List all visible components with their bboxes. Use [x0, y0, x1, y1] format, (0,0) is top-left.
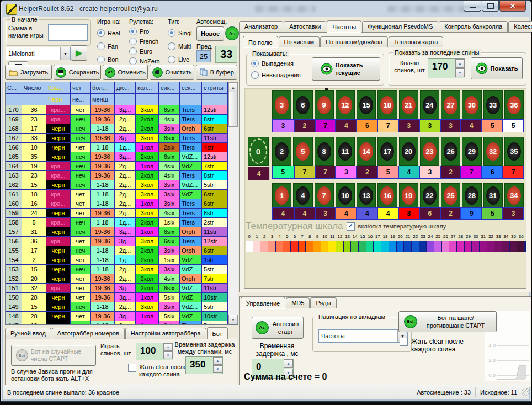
radio-Real[interactable]: Real: [97, 29, 120, 37]
tab-Автограббер номеров[interactable]: Автограббер номеров: [52, 328, 125, 339]
spin-up-icon[interactable]: ▲: [455, 59, 465, 68]
delay-between-spins-stepper[interactable]: 350 ▲▼: [185, 356, 223, 374]
load-button[interactable]: Загрузить: [5, 65, 52, 80]
radio-Bon[interactable]: Bon: [97, 56, 120, 63]
board-number-19[interactable]: 19: [399, 183, 418, 207]
preset-dropdown[interactable]: 1Melonati ▼: [6, 47, 71, 60]
spin-down-icon[interactable]: ▼: [163, 351, 173, 359]
tab-Управление[interactable]: Управление: [241, 297, 285, 309]
new-button[interactable]: Новое: [196, 26, 224, 41]
table-row[interactable]: 16118кра...чет1-182д...3кол3sixVdZ6str: [6, 190, 238, 199]
board-number-30[interactable]: 30: [462, 90, 481, 119]
table-row[interactable]: 15731черннеч19-363д...1кол6sixOrph11str: [6, 227, 238, 237]
board-number-24[interactable]: 24: [420, 90, 439, 119]
autospin-start-button[interactable]: As Автоспин старт: [252, 317, 304, 339]
board-number-10[interactable]: 10: [336, 183, 355, 207]
clear-after-spin-right[interactable]: Жать clear после каждого спина: [400, 338, 476, 353]
tab-Функционал PsevdoMS[interactable]: Функционал PsevdoMS: [362, 21, 438, 32]
temp-scale-checkbox[interactable]: [347, 222, 355, 231]
board-number-12[interactable]: 12: [336, 90, 355, 119]
table-row[interactable]: 15220чернчет19-362д...2кол4sixOrph7str: [6, 274, 238, 284]
board-number-29[interactable]: 29: [462, 137, 481, 166]
board-number-33[interactable]: 33: [483, 90, 503, 119]
board-number-16[interactable]: 16: [377, 183, 397, 207]
clear-button[interactable]: Очистить: [150, 65, 195, 80]
board-number-7[interactable]: 7: [315, 183, 334, 207]
radio-NoZero[interactable]: NoZero: [129, 57, 160, 65]
spin-down-icon[interactable]: ▼: [213, 365, 222, 373]
spin-up-icon[interactable]: ▲: [213, 357, 222, 365]
board-number-27[interactable]: 27: [441, 90, 460, 119]
tab-Колесо[interactable]: Колесо: [508, 21, 532, 32]
autoshift-as-icon[interactable]: As: [225, 26, 239, 40]
maximize-button[interactable]: [482, 1, 499, 12]
nav-dropdown[interactable]: Частоты ▼: [318, 329, 408, 343]
board-number-28[interactable]: 28: [462, 183, 481, 207]
tab-Ручной ввод[interactable]: Ручной ввод: [5, 328, 51, 339]
board-number-2[interactable]: 2: [272, 137, 291, 166]
board-number-25[interactable]: 25: [441, 183, 460, 207]
radio-French[interactable]: French: [129, 38, 160, 45]
tab-Настройки автограббера[interactable]: Настройки автограббера: [125, 328, 206, 339]
radio-Euro[interactable]: Euro: [129, 47, 160, 55]
bot-random-button[interactable]: Bot Бот на случайные числа СТАРТ: [11, 345, 96, 366]
board-number-36[interactable]: 36: [504, 90, 524, 119]
board-number-31[interactable]: 31: [483, 183, 503, 207]
table-row[interactable]: 1585кра...неч1-181д...2кол1sixTiers2str: [6, 218, 238, 227]
bot-chance-start-button[interactable]: Bot Бот на шанс/противошанс СТАРТ: [398, 311, 497, 332]
minimize-button[interactable]: [464, 1, 481, 12]
board-number-21[interactable]: 21: [399, 90, 418, 119]
board-number-26[interactable]: 26: [441, 137, 460, 166]
table-row[interactable]: 15132кра...чет19-363д...2кол6sixVdZ...11…: [6, 284, 238, 293]
tab-По полю[interactable]: По полю: [243, 36, 278, 48]
board-number-4[interactable]: 4: [293, 183, 312, 207]
board-number-11[interactable]: 11: [336, 137, 355, 166]
board-number-6[interactable]: 6: [293, 90, 312, 119]
table-row[interactable]: 16923кра...неч19-362д...2кол4sixTiers8st…: [6, 115, 238, 124]
tab-MD5[interactable]: MD5: [286, 297, 310, 308]
undo-button[interactable]: ↶ Отменить: [103, 65, 148, 80]
resize-grip[interactable]: [522, 388, 529, 396]
board-number-32[interactable]: 32: [483, 137, 503, 166]
board-number-17[interactable]: 17: [377, 137, 397, 166]
table-scrollbar[interactable]: ▲ ▼: [228, 82, 238, 324]
board-number-23[interactable]: 23: [420, 137, 439, 166]
table-row[interactable]: 16733черннеч19-363д...3кол6sixTiers11str: [6, 134, 238, 143]
tab-По шансам/дюж/кол[interactable]: По шансам/дюж/кол: [320, 36, 388, 47]
close-button[interactable]: ✕: [499, 1, 526, 12]
board-number-34[interactable]: 34: [504, 183, 524, 207]
table-row[interactable]: 14915черннеч1-182д...3кол3sixVdZ...5str: [6, 302, 238, 312]
tab-Контроль банкролла[interactable]: Контроль банкролла: [439, 21, 508, 32]
board-number-8[interactable]: 8: [315, 137, 334, 166]
board-number-1[interactable]: 1: [272, 183, 291, 207]
board-number-35[interactable]: 35: [504, 137, 524, 166]
scroll-up-icon[interactable]: ▲: [228, 82, 238, 92]
board-number-3[interactable]: 3: [272, 90, 291, 119]
board-number-13[interactable]: 13: [357, 183, 376, 207]
tab-Тепловая карта[interactable]: Тепловая карта: [389, 36, 444, 47]
play-spins-stepper[interactable]: 100 ▲▼: [136, 343, 173, 360]
table-row[interactable]: 15315черннеч1-182д...3кол3sixVdZ...5str: [6, 265, 238, 274]
radio-Невыпадения[interactable]: Невыпадения: [251, 71, 301, 79]
table-row[interactable]: 14713черннеч1-182д...1кол3sixTiers5str: [6, 321, 238, 325]
zero-cell[interactable]: 0: [248, 137, 269, 166]
scrollbar-thumb[interactable]: [228, 92, 238, 127]
checkbox-icon[interactable]: [400, 338, 408, 346]
table-row[interactable]: 16215черннеч1-182д...3кол3sixVdZ...5str: [6, 180, 238, 190]
table-row[interactable]: 14828чернчет19-363д...1кол5sixVdZ10str: [6, 312, 238, 321]
spins-count-stepper[interactable]: 170 ▲▼: [428, 58, 465, 78]
show-current-button[interactable]: Показать текущие: [312, 57, 380, 81]
table-row[interactable]: 16610чернчет1-181д...1кол2sixTiers4str: [6, 143, 238, 152]
tab-Ряды[interactable]: Ряды: [310, 297, 336, 308]
table-row[interactable]: 16323кра...неч19-362д...2кол4sixTiers8st…: [6, 171, 238, 180]
spin-up-icon[interactable]: ▲: [284, 359, 293, 368]
table-row[interactable]: 17036кра...чет19-363д...3кол6sixTiers12s…: [6, 105, 238, 115]
start-sum-input[interactable]: [48, 24, 88, 41]
play-button[interactable]: ▶: [71, 45, 87, 61]
radio-Multi[interactable]: Multi: [168, 42, 191, 50]
scroll-down-icon[interactable]: ▼: [228, 315, 238, 324]
board-number-20[interactable]: 20: [399, 137, 418, 166]
table-row[interactable]: 15636кра...чет19-363д...3кол6sixTiers12s…: [6, 237, 238, 246]
checkbox-icon[interactable]: [128, 364, 136, 372]
table-row[interactable]: 16016кра...чет1-182д...1кол3sixTiers6str: [6, 199, 238, 209]
